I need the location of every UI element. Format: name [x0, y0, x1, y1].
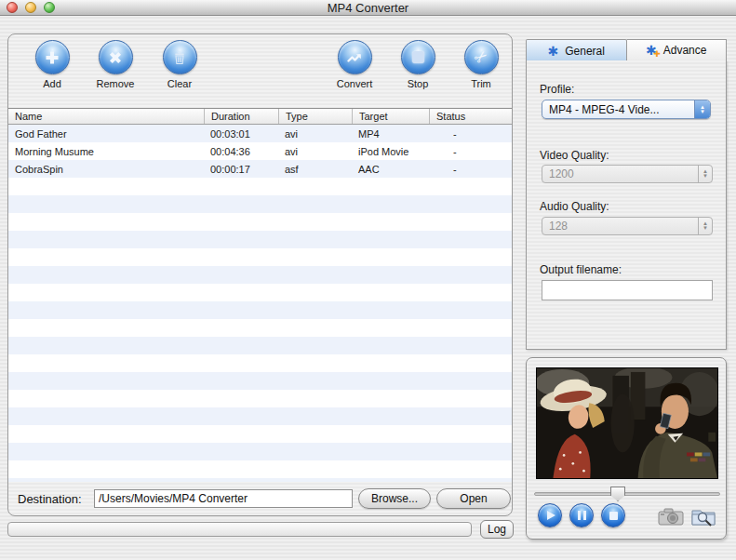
- gear-plus-icon: ✱✚: [646, 44, 657, 57]
- trim-button-label: Trim: [454, 78, 508, 89]
- tab-advance-label: Advance: [663, 44, 707, 57]
- column-header-duration[interactable]: Duration: [204, 109, 278, 124]
- video-quality-stepper: 1200 ▲▼: [542, 165, 713, 183]
- cell-duration: 00:00:17: [204, 164, 278, 175]
- video-preview-frame: [536, 367, 718, 479]
- convert-button-label: Convert: [328, 78, 381, 89]
- open-button[interactable]: Open: [436, 488, 511, 509]
- file-table-header: Name Duration Type Target Status: [8, 109, 512, 125]
- video-quality-label: Video Quality:: [540, 149, 609, 162]
- profile-select[interactable]: MP4 - MPEG-4 Vide... ▲▼: [542, 100, 711, 119]
- general-settings-panel: Profile: MP4 - MPEG-4 Vide... ▲▼ Video Q…: [526, 60, 727, 350]
- destination-label: Destination:: [18, 492, 82, 506]
- video-quality-value: 1200: [542, 167, 698, 180]
- folder-browse-icon[interactable]: [690, 505, 716, 527]
- cell-name: God Father: [8, 128, 204, 140]
- preview-panel: [526, 357, 727, 540]
- log-button[interactable]: Log: [480, 520, 514, 539]
- stop-square-icon: [412, 51, 424, 63]
- pause-icon: [578, 511, 586, 520]
- cell-target: iPod Movie: [352, 146, 429, 157]
- pause-button[interactable]: [569, 503, 594, 527]
- file-table: Name Duration Type Target Status God Fat…: [8, 108, 512, 482]
- stepper-arrows-icon: ▲▼: [698, 166, 712, 182]
- clear-button-label: Clear: [153, 78, 207, 89]
- stop-conversion-button[interactable]: Stop: [391, 40, 445, 89]
- profile-value: MP4 - MPEG-4 Vide...: [542, 103, 694, 116]
- x-icon: [106, 48, 125, 67]
- preview-slider-thumb[interactable]: [610, 487, 625, 501]
- trash-icon: [170, 48, 189, 67]
- clear-button[interactable]: Clear: [153, 40, 207, 89]
- cell-type: avi: [278, 146, 352, 157]
- app-window: MP4 Converter Add Remove Clear: [0, 0, 736, 560]
- playback-controls: [538, 503, 716, 531]
- play-button[interactable]: [538, 503, 562, 527]
- cell-duration: 00:04:36: [204, 146, 278, 157]
- remove-button-label: Remove: [88, 78, 142, 89]
- cell-duration: 00:03:01: [204, 128, 278, 140]
- column-header-target[interactable]: Target: [352, 109, 429, 124]
- cell-type: asf: [278, 164, 352, 175]
- cell-status: -: [429, 146, 512, 157]
- file-list: God Father 00:03:01 avi MP4 - Morning Mu…: [8, 125, 512, 482]
- column-header-name[interactable]: Name: [8, 109, 204, 124]
- remove-button[interactable]: Remove: [88, 40, 142, 89]
- cell-status: -: [429, 164, 512, 175]
- audio-quality-value: 128: [542, 220, 698, 233]
- stop-playback-button[interactable]: [601, 503, 625, 527]
- audio-quality-stepper: 128 ▲▼: [542, 217, 713, 235]
- window-title: MP4 Converter: [0, 1, 736, 15]
- add-button-label: Add: [25, 78, 79, 89]
- profile-label: Profile:: [540, 83, 574, 96]
- popup-arrows-icon: ▲▼: [694, 100, 710, 118]
- cell-target: AAC: [352, 164, 429, 175]
- output-filename-input[interactable]: [542, 280, 713, 300]
- title-bar: MP4 Converter: [0, 0, 736, 16]
- scissors-icon: ✂: [471, 47, 491, 67]
- stop-button-label: Stop: [391, 78, 445, 89]
- convert-arrow-icon: [345, 48, 364, 67]
- tab-advance[interactable]: ✱✚ Advance: [627, 39, 728, 61]
- browse-button[interactable]: Browse...: [358, 488, 431, 509]
- cell-name: Morning Musume: [8, 146, 204, 157]
- play-icon: [547, 511, 555, 520]
- cell-target: MP4: [352, 128, 429, 140]
- stop-icon: [609, 512, 618, 520]
- settings-tabs: ✱ General ✱✚ Advance: [526, 39, 727, 61]
- preview-seek-slider[interactable]: [534, 487, 720, 501]
- add-button[interactable]: Add: [25, 40, 79, 89]
- camera-snapshot-icon[interactable]: [657, 505, 685, 527]
- trim-button[interactable]: ✂ Trim: [454, 40, 508, 89]
- stepper-arrows-icon: ▲▼: [698, 218, 712, 234]
- cell-name: CobraSpin: [8, 164, 204, 175]
- table-row[interactable]: God Father 00:03:01 avi MP4 -: [8, 125, 512, 142]
- plus-icon: [43, 48, 61, 67]
- table-row[interactable]: Morning Musume 00:04:36 avi iPod Movie -: [8, 142, 512, 160]
- destination-input[interactable]: [94, 489, 353, 508]
- toolbar: Add Remove Clear Conver: [8, 40, 512, 109]
- output-filename-label: Output filename:: [540, 263, 622, 276]
- main-panel: Add Remove Clear Conver: [7, 33, 513, 516]
- column-header-status[interactable]: Status: [429, 109, 512, 124]
- slider-track[interactable]: [534, 492, 720, 496]
- table-row[interactable]: CobraSpin 00:00:17 asf AAC -: [8, 160, 512, 178]
- cell-type: avi: [278, 128, 352, 140]
- audio-quality-label: Audio Quality:: [540, 200, 609, 213]
- tab-general-label: General: [565, 45, 605, 58]
- gear-icon: ✱: [548, 45, 559, 58]
- column-header-type[interactable]: Type: [278, 109, 352, 124]
- conversion-progress-bar: [7, 522, 472, 537]
- convert-button[interactable]: Convert: [328, 40, 381, 89]
- cell-status: -: [429, 128, 512, 140]
- movie-still-image: [537, 368, 717, 478]
- tab-general[interactable]: ✱ General: [526, 39, 627, 61]
- destination-row: Destination: Browse... Open: [8, 488, 512, 513]
